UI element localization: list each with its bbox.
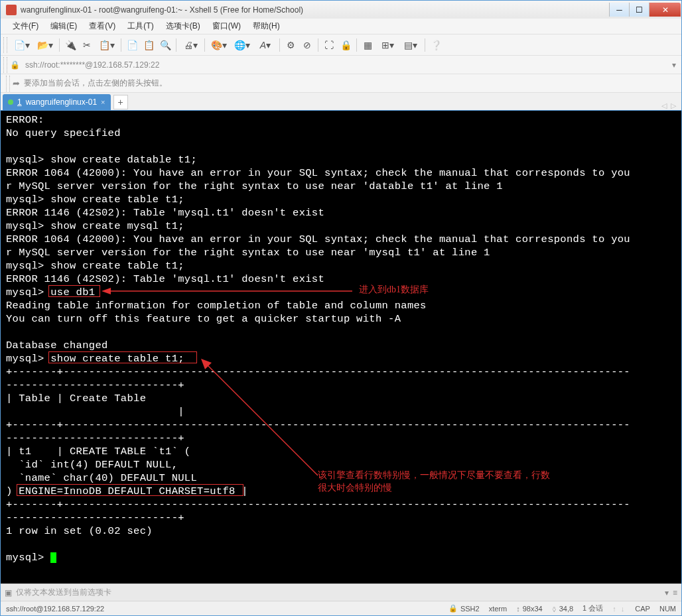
address-dropdown-icon[interactable]: ▾	[672, 60, 676, 70]
new-session-button[interactable]: 📄▾	[11, 37, 33, 53]
lock-icon: 🔒	[448, 604, 458, 613]
content: 文件(F) 编辑(E) 查看(V) 工具(T) 选项卡(B) 窗口(W) 帮助(…	[0, 19, 682, 616]
separator	[204, 38, 205, 52]
terminal-output: ERROR: No query specified mysql> show cr…	[1, 111, 681, 567]
status-term: xterm	[489, 605, 508, 613]
print-button[interactable]: 🖨▾	[179, 37, 202, 53]
close-button[interactable]: ✕	[649, 3, 681, 17]
statusbar: ssh://root@192.168.57.129:22 🔒SSH2 xterm…	[1, 601, 681, 615]
separator	[279, 38, 280, 52]
tab-nav: ◁ ▷	[661, 101, 676, 110]
addressbar-grip[interactable]	[3, 57, 7, 73]
infobar-grip[interactable]	[6, 76, 10, 92]
address-text[interactable]: ssh://root:********@192.168.57.129:22	[25, 60, 159, 70]
terminal[interactable]: ERROR: No query specified mysql> show cr…	[1, 111, 681, 584]
maximize-button[interactable]: ☐	[629, 3, 649, 17]
toolbar: 📄▾ 📂▾ 🔌 ✂ 📋▾ 📄 📋 🔍 🖨▾ 🎨▾ 🌐▾ A▾ ⚙ ⊘ ⛶ 🔒 ▦	[1, 34, 681, 56]
separator	[425, 38, 425, 52]
cursor	[50, 552, 56, 563]
open-button[interactable]: 📂▾	[34, 37, 56, 53]
encoding-button[interactable]: 🌐▾	[231, 37, 253, 53]
inputbar-icon: ▣	[5, 588, 12, 597]
tab-num: 1	[17, 97, 22, 107]
minimize-button[interactable]: ─	[609, 3, 629, 17]
menu-help[interactable]: 帮助(H)	[247, 19, 285, 34]
status-sessions: 1 会话	[582, 603, 603, 613]
menu-tools[interactable]: 工具(T)	[122, 19, 159, 34]
inputbar-placeholder[interactable]: 仅将文本发送到当前选项卡	[16, 587, 661, 598]
help-button[interactable]: ❔	[428, 37, 444, 53]
status-size: ↕98x34	[516, 605, 542, 613]
infobar: ➦ 要添加当前会话，点击左侧的箭头按钮。	[1, 74, 681, 93]
lock-icon: 🔒	[10, 60, 20, 70]
reconnect-button[interactable]: 🔌	[62, 37, 78, 53]
properties-button[interactable]: 📋▾	[96, 37, 118, 53]
window-title: wangruifenglinux-01 - root@wangruifeng-0…	[21, 5, 609, 15]
menubar: 文件(F) 编辑(E) 查看(V) 工具(T) 选项卡(B) 窗口(W) 帮助(…	[1, 19, 681, 34]
tabbar: 1 wangruifenglinux-01 × + ◁ ▷	[1, 93, 681, 111]
separator	[59, 38, 60, 52]
menu-edit[interactable]: 编辑(E)	[45, 19, 82, 34]
menu-option[interactable]: 选项卡(B)	[161, 19, 206, 34]
find-button[interactable]: 🔍	[157, 37, 173, 53]
session-tab[interactable]: 1 wangruifenglinux-01 ×	[3, 94, 111, 110]
separator	[121, 38, 121, 52]
status-num: NUM	[659, 605, 676, 613]
separator	[318, 38, 318, 52]
menu-file[interactable]: 文件(F)	[7, 19, 44, 34]
size-icon: ↕	[516, 605, 520, 613]
status-dot-icon	[8, 99, 13, 105]
tile-button[interactable]: ▤▾	[399, 37, 422, 53]
tab-next-icon[interactable]: ▷	[671, 101, 676, 110]
fullscreen-button[interactable]: ⛶	[321, 37, 337, 53]
new-window-button[interactable]: ⊞▾	[376, 37, 399, 53]
separator	[176, 38, 176, 52]
tab-prev-icon[interactable]: ◁	[661, 101, 667, 110]
status-connection: ssh://root@192.168.57.129:22	[6, 605, 439, 613]
lock-button[interactable]: 🔒	[338, 37, 354, 53]
run-script-button[interactable]: ⚙	[283, 37, 299, 53]
status-caps: CAP	[635, 605, 650, 613]
inputbar-dropdown-icon[interactable]: ▾	[665, 588, 669, 597]
window-controls: ─ ☐ ✕	[609, 3, 681, 17]
font-button[interactable]: A▾	[254, 37, 277, 53]
inputbar: ▣ 仅将文本发送到当前选项卡 ▾ ≡	[1, 584, 681, 601]
app-icon	[6, 5, 17, 15]
transfer-arrows-icon: ↑ ↓	[612, 605, 626, 613]
paste-button[interactable]: 📋	[141, 37, 157, 53]
titlebar[interactable]: wangruifenglinux-01 - root@wangruifeng-0…	[0, 0, 682, 19]
color-scheme-button[interactable]: 🎨▾	[208, 37, 230, 53]
copy-button[interactable]: 📄	[124, 37, 140, 53]
tab-close-button[interactable]: ×	[101, 98, 105, 106]
infobar-text: 要添加当前会话，点击左侧的箭头按钮。	[24, 78, 167, 89]
calculator-button[interactable]: ▦	[360, 37, 375, 53]
new-tab-button[interactable]: +	[113, 95, 128, 109]
main-window: wangruifenglinux-01 - root@wangruifeng-0…	[0, 0, 682, 616]
arrow-icon[interactable]: ➦	[13, 78, 20, 88]
tab-title: wangruifenglinux-01	[26, 97, 97, 107]
pos-icon: ⎀	[552, 605, 557, 613]
menu-view[interactable]: 查看(V)	[84, 19, 121, 34]
separator	[356, 38, 357, 52]
stop-script-button[interactable]: ⊘	[299, 37, 315, 53]
toolbar-grip[interactable]	[3, 37, 7, 53]
status-proto: 🔒SSH2	[448, 604, 480, 613]
disconnect-button[interactable]: ✂	[79, 37, 95, 53]
inputbar-lines-icon[interactable]: ≡	[673, 588, 677, 597]
addressbar: 🔒 ssh://root:********@192.168.57.129:22 …	[1, 56, 681, 74]
status-position: ⎀34,8	[552, 605, 573, 613]
menu-window[interactable]: 窗口(W)	[207, 19, 246, 34]
